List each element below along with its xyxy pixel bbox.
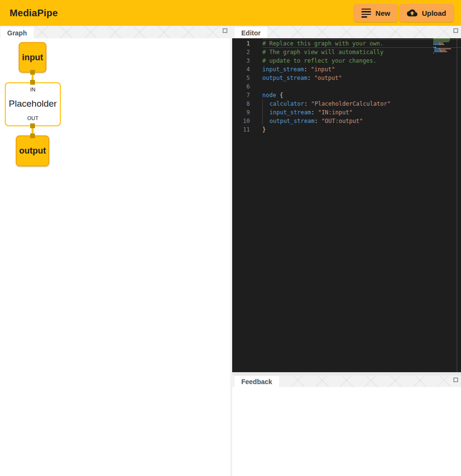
graph-node-input[interactable]: input — [19, 42, 46, 73]
line-number: 11 — [232, 125, 250, 134]
code-text: output_stream: "OUT:output" — [262, 117, 461, 125]
code-text: input_stream: "IN:input" — [262, 108, 461, 117]
code-line[interactable]: 3# update to reflect your changes. — [232, 56, 461, 65]
graph-node-placeholder[interactable]: IN Placeholder OUT — [5, 82, 61, 126]
maximize-icon[interactable] — [453, 377, 458, 382]
code-line[interactable]: 8calculator: "PlaceholderCalculator" — [232, 100, 461, 108]
mediapipe-visualizer: MediaPipe New Upload Graph — [0, 0, 461, 476]
code-editor[interactable]: 1# Replace this graph with your own.2# T… — [232, 38, 461, 372]
code-line[interactable]: 1# Replace this graph with your own. — [232, 39, 461, 48]
code-line[interactable]: 6 — [232, 82, 461, 91]
graph-node-output[interactable]: output — [16, 135, 49, 166]
code-text: node { — [262, 91, 461, 100]
graph-canvas[interactable]: input IN Placeholder OUT output — [0, 38, 230, 476]
line-number: 8 — [232, 100, 250, 108]
code-text: # The graph view will automatically — [262, 48, 461, 56]
line-number: 3 — [232, 56, 250, 65]
line-number: 2 — [232, 48, 250, 56]
code-text: # Replace this graph with your own. — [262, 39, 461, 48]
line-number: 10 — [232, 117, 250, 125]
out-port-label: OUT — [27, 115, 38, 121]
port-connector — [30, 80, 35, 85]
code-line[interactable]: 11} — [232, 125, 461, 134]
upload-button[interactable]: Upload — [399, 4, 454, 22]
tab-editor-label: Editor — [241, 29, 260, 37]
code-line[interactable]: 7node { — [232, 91, 461, 100]
maximize-icon[interactable] — [453, 28, 458, 33]
feedback-tabstrip: Feedback — [232, 376, 461, 387]
horizontal-splitter[interactable] — [232, 372, 461, 376]
line-number: 1 — [232, 39, 250, 48]
minimap[interactable] — [433, 38, 452, 54]
feedback-panel: Feedback — [232, 376, 461, 476]
upload-button-label: Upload — [422, 9, 446, 17]
line-number: 9 — [232, 108, 250, 117]
header-buttons: New Upload — [354, 4, 454, 22]
tab-graph[interactable]: Graph — [0, 27, 34, 38]
line-number: 5 — [232, 74, 250, 82]
new-button-label: New — [375, 9, 390, 17]
overview-ruler — [457, 38, 457, 372]
feedback-content — [232, 387, 461, 476]
new-button[interactable]: New — [354, 4, 398, 22]
code-line[interactable]: 2# The graph view will automatically — [232, 48, 461, 56]
code-line[interactable]: 5output_stream: "output" — [232, 74, 461, 82]
code-text: # update to reflect your changes. — [262, 56, 461, 65]
editor-tabstrip: Editor — [232, 26, 461, 38]
code-line[interactable]: 10output_stream: "OUT:output" — [232, 117, 461, 125]
editor-panel: Editor 1# Replace this graph with your o… — [232, 26, 461, 372]
app-header: MediaPipe New Upload — [0, 0, 461, 26]
maximize-icon[interactable] — [223, 28, 227, 33]
line-number: 6 — [232, 82, 250, 91]
port-connector — [30, 70, 35, 75]
code-text: } — [262, 125, 461, 134]
app-title: MediaPipe — [10, 8, 58, 19]
code-text — [262, 82, 461, 91]
tab-feedback[interactable]: Feedback — [234, 376, 280, 387]
graph-tabstrip: Graph — [0, 26, 230, 38]
graph-node-input-label: input — [22, 53, 43, 63]
line-number: 7 — [232, 91, 250, 100]
in-port-label: IN — [30, 87, 35, 92]
code-lines[interactable]: 1# Replace this graph with your own.2# T… — [232, 39, 461, 134]
tab-feedback-label: Feedback — [241, 378, 272, 386]
line-number: 4 — [232, 65, 250, 74]
tab-graph-label: Graph — [7, 29, 27, 37]
graph-node-output-label: output — [19, 146, 46, 156]
subject-icon — [361, 9, 371, 18]
code-line[interactable]: 4input_stream: "input" — [232, 65, 461, 74]
port-connector — [30, 133, 35, 138]
code-text: output_stream: "output" — [262, 74, 461, 82]
graph-node-placeholder-label: Placeholder — [9, 99, 56, 109]
port-connector — [30, 123, 35, 128]
graph-panel: Graph input IN Placeholder OUT output — [0, 26, 230, 476]
tab-editor[interactable]: Editor — [234, 27, 268, 38]
code-text: calculator: "PlaceholderCalculator" — [262, 100, 461, 108]
cloud-upload-icon — [407, 8, 417, 18]
code-line[interactable]: 9input_stream: "IN:input" — [232, 108, 461, 117]
code-text: input_stream: "input" — [262, 65, 461, 74]
